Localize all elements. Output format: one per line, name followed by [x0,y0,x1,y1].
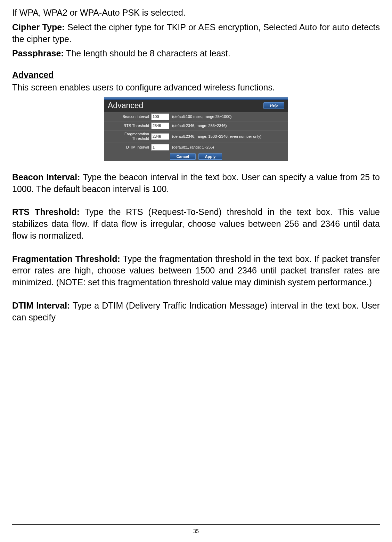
passphrase-label: Passphrase: [12,48,64,58]
rts-threshold-row: RTS Threshold (default:2346, range: 256~… [104,121,288,130]
dtim-interval-row: DTIM Interval (default:1, range: 1~255) [104,143,288,152]
panel-button-row: Cancel Apply [104,152,288,161]
panel-header: Advanced Help [104,100,288,112]
beacon-interval-desc: Beacon Interval: Type the beacon interva… [12,172,380,195]
apply-button[interactable]: Apply [198,153,222,160]
rts-threshold-label: RTS Threshold [104,123,151,128]
fragmentation-threshold-row: FragmentationThreshold (default:2346, ra… [104,130,288,143]
help-button[interactable]: Help [263,102,284,109]
rts-threshold-input[interactable] [151,122,169,129]
fragmentation-threshold-label: FragmentationThreshold [104,132,151,141]
panel-title: Advanced [108,101,143,110]
dtim-interval-desc-label: DTIM Interval: [12,301,70,310]
dtim-interval-desc: DTIM Interval: Type a DTIM (Delivery Tra… [12,300,380,324]
beacon-interval-row: Beacon Interval (default:100 msec, range… [104,112,288,121]
passphrase-para: Passphrase: The length should be 8 chara… [12,48,380,59]
wpa-condition-text: If WPA, WPA2 or WPA-Auto PSK is selected… [12,7,380,19]
footer-divider [12,524,380,525]
dtim-interval-hint: (default:1, range: 1~255) [169,145,214,149]
rts-threshold-desc-label: RTS Threshold: [12,207,80,217]
rts-threshold-hint: (default:2346, range: 256~2346) [169,123,227,128]
fragmentation-threshold-desc: Fragmentation Threshold: Type the fragme… [12,253,380,288]
page-number: 35 [0,528,392,534]
beacon-interval-input[interactable] [151,113,169,120]
dtim-interval-label: DTIM Interval [104,145,151,150]
cancel-button[interactable]: Cancel [170,153,196,160]
fragmentation-threshold-input[interactable] [151,133,169,140]
beacon-interval-hint: (default:100 msec, range:25~1000) [169,114,232,119]
beacon-interval-desc-label: Beacon Interval: [12,172,80,182]
cipher-type-text: Select the cipher type for TKIP or AES e… [12,22,380,44]
cipher-type-para: Cipher Type: Select the cipher type for … [12,22,380,45]
rts-threshold-desc: RTS Threshold: Type the RTS (Request-To-… [12,206,380,241]
dtim-interval-input[interactable] [151,144,169,151]
fragmentation-threshold-hint: (default:2346, range: 1500~2346, even nu… [169,134,261,138]
panel-titlebar [104,97,288,100]
cipher-type-label: Cipher Type: [12,22,65,32]
beacon-interval-label: Beacon Interval [104,114,151,119]
passphrase-text: The length should be 8 characters at lea… [64,48,230,58]
advanced-intro: This screen enables users to configure a… [12,82,380,94]
fragmentation-threshold-desc-label: Fragmentation Threshold: [12,254,120,264]
advanced-panel: Advanced Help Beacon Interval (default:1… [104,97,288,161]
advanced-heading: Advanced [12,70,380,80]
